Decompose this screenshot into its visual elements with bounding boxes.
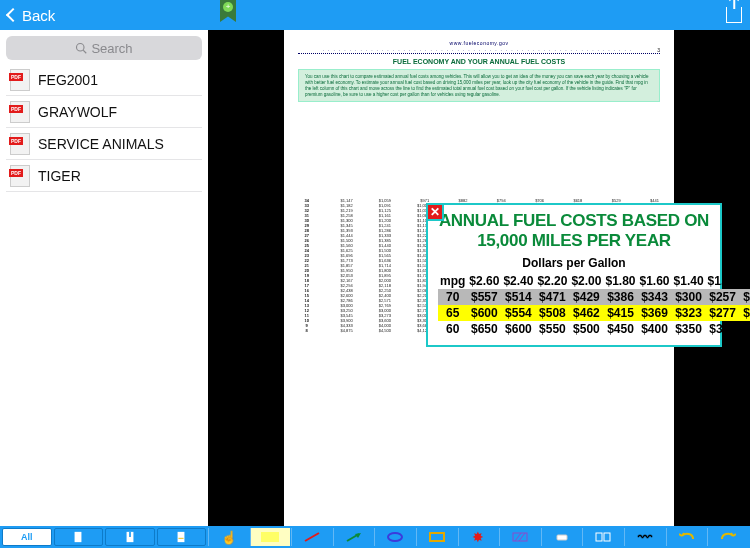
info-box: You can use this chart to compare estima… <box>298 69 660 102</box>
bottom-toolbar: All ☝ ✸ 〰 <box>0 526 750 548</box>
pdf-icon <box>10 69 30 91</box>
main-area: Search FEG2001GRAYWOLFSERVICE ANIMALSTIG… <box>0 30 750 526</box>
overlay-table: mpg$2.60$2.40$2.20$2.00$1.80$1.60$1.40$1… <box>438 273 750 337</box>
document-viewer[interactable]: www.fueleconomy.gov ....................… <box>208 30 750 526</box>
svg-rect-17 <box>596 533 602 541</box>
svg-point-0 <box>77 44 85 52</box>
tool-arrow[interactable] <box>333 528 374 546</box>
overlay-title: ANNUAL FUEL COSTS BASED ON 15,000 MILES … <box>438 211 710 251</box>
tool-highlight[interactable] <box>250 528 291 546</box>
pdf-icon <box>10 165 30 187</box>
pdf-icon <box>10 133 30 155</box>
tool-eraser[interactable] <box>541 528 582 546</box>
bookmark-add-icon[interactable]: + <box>218 0 238 22</box>
overlay-subtitle: Dollars per Gallon <box>438 256 710 270</box>
svg-rect-2 <box>75 532 82 542</box>
search-placeholder: Search <box>91 41 132 56</box>
svg-rect-7 <box>261 532 279 542</box>
doc-item[interactable]: SERVICE ANIMALS <box>6 128 202 160</box>
page-url: www.fueleconomy.gov ....................… <box>298 40 660 52</box>
doc-label: FEG2001 <box>38 72 98 88</box>
tool-columns[interactable] <box>582 528 623 546</box>
page-title: FUEL ECONOMY AND YOUR ANNUAL FUEL COSTS <box>298 58 660 65</box>
tool-line[interactable] <box>291 528 332 546</box>
doc-item[interactable]: FEG2001 <box>6 64 202 96</box>
pdf-icon <box>10 101 30 123</box>
svg-line-8 <box>305 533 319 541</box>
share-icon[interactable] <box>726 7 742 23</box>
tool-freehand[interactable]: 〰 <box>624 528 665 546</box>
back-button[interactable]: Back <box>8 7 55 24</box>
svg-rect-16 <box>557 535 567 540</box>
svg-rect-12 <box>430 533 444 541</box>
doc-label: GRAYWOLF <box>38 104 117 120</box>
page-number: 3 <box>657 47 660 53</box>
tool-stamp[interactable]: ✸ <box>458 528 499 546</box>
svg-rect-5 <box>178 532 185 542</box>
svg-rect-18 <box>604 533 610 541</box>
svg-line-1 <box>84 50 87 53</box>
top-toolbar: Back + <box>0 0 750 30</box>
svg-rect-4 <box>129 532 131 537</box>
tool-undo[interactable] <box>666 528 707 546</box>
doc-item[interactable]: TIGER <box>6 160 202 192</box>
tool-hatch[interactable] <box>499 528 540 546</box>
filter-page-button[interactable] <box>54 528 104 546</box>
filter-annot-button[interactable] <box>157 528 207 546</box>
svg-rect-6 <box>179 538 184 539</box>
tool-redo[interactable] <box>707 528 748 546</box>
doc-item[interactable]: GRAYWOLF <box>6 96 202 128</box>
tool-ellipse[interactable] <box>374 528 415 546</box>
doc-label: TIGER <box>38 168 81 184</box>
svg-point-11 <box>388 533 402 541</box>
filter-all-button[interactable]: All <box>2 528 52 546</box>
close-button[interactable]: ✕ <box>426 203 444 221</box>
chevron-left-icon <box>6 8 20 22</box>
filter-bookmark-button[interactable] <box>105 528 155 546</box>
search-input[interactable]: Search <box>6 36 202 60</box>
tool-pointer[interactable]: ☝ <box>208 528 249 546</box>
zoom-overlay: ✕ ANNUAL FUEL COSTS BASED ON 15,000 MILE… <box>426 203 722 347</box>
doc-label: SERVICE ANIMALS <box>38 136 164 152</box>
back-label: Back <box>22 7 55 24</box>
sidebar: Search FEG2001GRAYWOLFSERVICE ANIMALSTIG… <box>0 30 208 526</box>
tool-rect[interactable] <box>416 528 457 546</box>
search-icon <box>75 42 87 54</box>
